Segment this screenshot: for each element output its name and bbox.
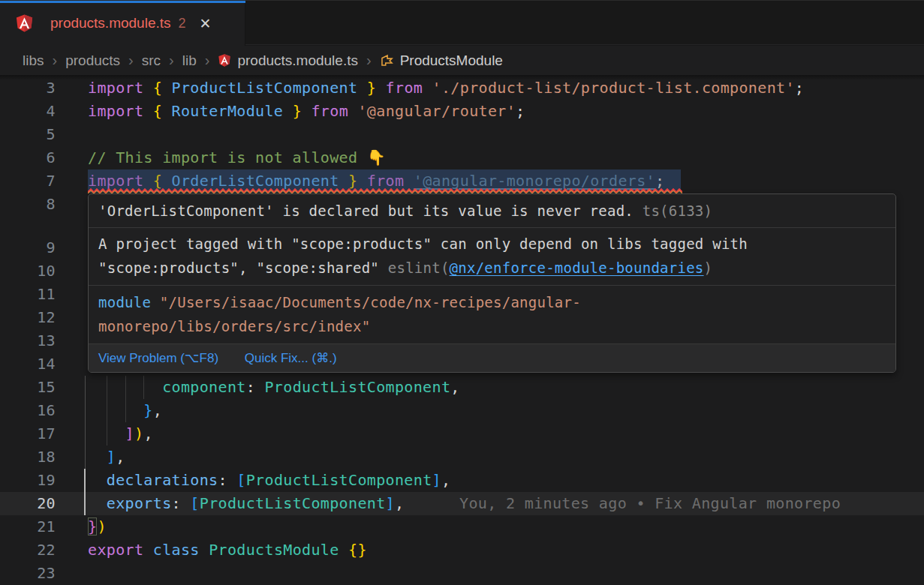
hover-eslint-diagnostic: A project tagged with "scope:products" c… — [89, 228, 895, 286]
code-token: import — [88, 172, 143, 190]
line-number: 7 — [0, 170, 56, 193]
code-token: } — [293, 102, 302, 120]
line-number: 19 — [0, 469, 56, 492]
chevron-right-icon: › — [53, 52, 58, 69]
code-token: [ — [190, 494, 199, 512]
code-token: component — [162, 378, 246, 396]
code-line-19[interactable]: declarations: [ProductListComponent], — [88, 469, 450, 492]
line-number: 18 — [0, 446, 56, 469]
code-token: { — [153, 102, 162, 120]
breadcrumb-item-products[interactable]: products — [65, 52, 120, 69]
line-number: 21 — [0, 515, 56, 538]
git-blame-annotation: You, 2 minutes ago • Fix Angular monorep… — [459, 492, 841, 515]
eslint-rule-link[interactable]: @nx/enforce-module-boundaries — [450, 260, 704, 276]
code-line-16[interactable]: }, — [88, 399, 162, 422]
eslint-message-line1: A project tagged with "scope:products" c… — [98, 232, 886, 256]
code-line-22[interactable]: export class ProductsModule {} — [88, 538, 367, 562]
breadcrumb-item-libs[interactable]: libs — [23, 52, 44, 69]
code-token: : — [172, 494, 191, 512]
tab-products-module[interactable]: products.module.ts 2 ✕ — [0, 1, 245, 46]
code-token: from — [386, 79, 423, 97]
view-problem-action[interactable]: View Problem (⌥F8) — [98, 351, 218, 365]
ts-error-code: ts(6133) — [643, 202, 713, 219]
code-token — [88, 401, 143, 419]
line-number: 17 — [0, 422, 56, 446]
line-number: 20 — [0, 492, 56, 515]
hover-module-info: module "/Users/isaac/Documents/code/nx-r… — [89, 286, 895, 344]
breadcrumb-file-label: products.module.ts — [237, 52, 358, 69]
code-token: ] — [386, 494, 395, 512]
hover-actions: View Problem (⌥F8) Quick Fix... (⌘.) — [89, 344, 895, 373]
code-token: OrderListComponent — [162, 172, 348, 190]
code-token: , — [441, 471, 450, 489]
code-token: 👇 — [367, 148, 386, 166]
code-token: { — [153, 79, 162, 97]
module-specifier-link[interactable]: '@angular-monorepo/orders' — [414, 172, 655, 190]
code-token: {} — [348, 541, 367, 559]
close-icon[interactable]: ✕ — [200, 16, 212, 31]
breadcrumb-item-file[interactable]: products.module.ts — [218, 52, 358, 69]
code-token: , — [116, 448, 125, 466]
code-token: RouterModule — [162, 102, 292, 120]
code-token: ProductListComponent — [246, 471, 432, 489]
line-number: 11 — [0, 283, 56, 306]
code-token: [ — [236, 471, 245, 489]
code-token — [88, 424, 125, 442]
code-token: ) — [97, 518, 106, 536]
indent-guide — [85, 376, 86, 469]
code-token: ProductsModule — [209, 541, 339, 559]
code-line-20[interactable]: exports: [ProductListComponent],You, 2 m… — [88, 492, 404, 515]
code-token — [302, 102, 311, 120]
code-token: ; — [795, 79, 804, 97]
chevron-right-icon: › — [169, 52, 174, 69]
line-number: 15 — [0, 376, 56, 399]
code-token: } — [143, 401, 152, 419]
code-line-15[interactable]: component: ProductListComponent, — [88, 376, 460, 399]
code-token: '@angular/router' — [357, 102, 516, 120]
ts-message: 'OrderListComponent' is declared but its… — [98, 202, 634, 219]
code-token — [404, 172, 413, 190]
module-path-line2: monorepo/libs/orders/src/index" — [98, 315, 886, 339]
code-line-17[interactable]: ]), — [88, 422, 153, 446]
code-token: // This import is not allowed — [88, 148, 367, 166]
scroll-shadow — [0, 75, 924, 80]
code-token: } — [348, 172, 357, 190]
line-number: 12 — [0, 306, 56, 329]
code-line-18[interactable]: ], — [88, 446, 125, 469]
code-token — [200, 541, 209, 559]
line-number: 22 — [0, 538, 56, 562]
code-token — [88, 448, 107, 466]
breadcrumb-item-symbol[interactable]: ProductsModule — [380, 52, 503, 69]
code-line-21[interactable]: }) — [88, 515, 107, 538]
code-token: ProductListComponent — [264, 378, 450, 396]
chevron-right-icon: › — [205, 52, 210, 69]
tab-title: products.module.ts — [50, 15, 171, 32]
code-token: ] — [107, 448, 116, 466]
code-token: ) — [134, 424, 143, 442]
code-token: ] — [432, 471, 441, 489]
breadcrumb: libs › products › src › lib › products.m… — [0, 46, 924, 75]
line-number: 5 — [0, 123, 56, 146]
code-token — [143, 79, 152, 97]
quick-fix-action[interactable]: Quick Fix... (⌘.) — [245, 351, 337, 365]
line-number: 8 — [0, 193, 56, 216]
code-token — [376, 79, 385, 97]
code-token: class — [153, 541, 200, 559]
breadcrumb-item-lib[interactable]: lib — [182, 52, 197, 69]
class-icon — [380, 53, 394, 68]
code-token: : — [218, 471, 237, 489]
code-token — [339, 541, 348, 559]
line-number: 13 — [0, 329, 56, 352]
line-number: 4 — [0, 100, 56, 123]
code-token: , — [143, 424, 152, 442]
code-line-4[interactable]: import { RouterModule } from '@angular/r… — [88, 100, 525, 123]
code-token: } — [88, 518, 97, 536]
code-token: from — [311, 102, 348, 120]
breadcrumb-item-src[interactable]: src — [142, 52, 161, 69]
line-number: 16 — [0, 399, 56, 422]
line-number: 14 — [0, 352, 56, 376]
active-tab-indicator — [0, 1, 245, 3]
code-line-6[interactable]: // This import is not allowed 👇 — [88, 146, 386, 170]
code-token: ProductListComponent — [200, 494, 386, 512]
code-token: ; — [655, 172, 664, 190]
